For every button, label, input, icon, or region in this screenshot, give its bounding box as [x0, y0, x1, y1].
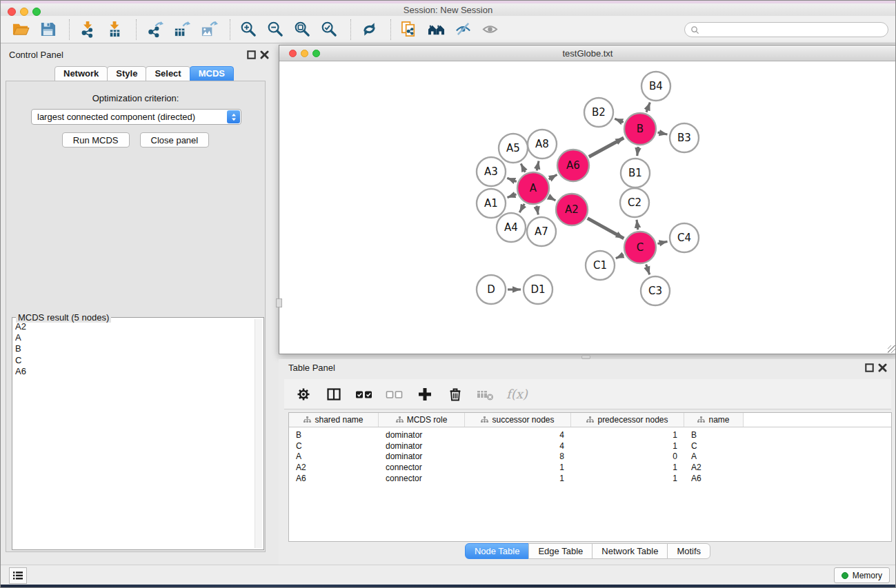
import-network-button[interactable] — [76, 18, 99, 41]
table-panel-float-button[interactable] — [865, 363, 874, 372]
result-item[interactable]: A2 — [15, 321, 252, 332]
tab-style[interactable]: Style — [107, 66, 146, 81]
graph-edge-A-A4[interactable] — [519, 204, 524, 213]
table-cell[interactable]: A6 — [289, 474, 379, 483]
result-scrollbar[interactable] — [255, 319, 262, 548]
result-item[interactable]: A6 — [15, 366, 252, 377]
tab-select[interactable]: Select — [146, 66, 190, 81]
graph-node-B3[interactable]: B3 — [670, 123, 699, 152]
create-column-button[interactable] — [415, 385, 434, 403]
export-network-button[interactable] — [143, 18, 166, 41]
graph-node-A8[interactable]: A8 — [528, 130, 557, 159]
table-cell[interactable]: 1 — [571, 441, 684, 451]
run-mcds-button[interactable]: Run MCDS — [62, 132, 130, 148]
graph-node-C2[interactable]: C2 — [620, 188, 649, 217]
column-header-predecessor-nodes[interactable]: predecessor nodes — [571, 413, 684, 427]
graph-node-A2[interactable]: A2 — [556, 194, 588, 225]
table-panel-close-button[interactable] — [878, 363, 887, 372]
column-header-successor-nodes[interactable]: successor nodes — [465, 413, 571, 427]
graph-node-B4[interactable]: B4 — [641, 72, 670, 101]
column-header-shared-name[interactable]: shared name — [289, 413, 379, 427]
column-header-name[interactable]: name — [684, 413, 744, 427]
graph-edge-B-B2[interactable] — [615, 119, 624, 122]
graph-node-C1[interactable]: C1 — [586, 251, 615, 280]
table-cell[interactable]: A — [684, 452, 744, 461]
table-row[interactable]: A6connector11A6 — [289, 473, 891, 484]
result-item[interactable]: C — [15, 355, 252, 366]
search-input[interactable] — [703, 25, 882, 35]
graph-edge-A2-C[interactable] — [588, 219, 624, 239]
tab-edge-table[interactable]: Edge Table — [528, 543, 593, 559]
export-image-button[interactable] — [197, 18, 220, 41]
column-view-mode-button[interactable] — [324, 385, 343, 403]
table-row[interactable]: A2connector11A2 — [289, 462, 891, 473]
tab-network[interactable]: Network — [54, 66, 108, 81]
table-row[interactable]: Cdominator41C — [289, 440, 891, 452]
graph-edge-A-A1[interactable] — [508, 194, 517, 198]
table-cell[interactable]: B — [289, 430, 379, 440]
delete-column-button[interactable] — [446, 385, 464, 403]
table-cell[interactable]: C — [289, 441, 379, 451]
open-session-button[interactable] — [9, 18, 32, 41]
graph-edge-C-C1[interactable] — [616, 255, 624, 258]
export-table-button[interactable] — [170, 18, 193, 41]
table-cell[interactable]: dominator — [379, 441, 465, 451]
hide-selected-button[interactable] — [451, 18, 475, 41]
table-cell[interactable]: A2 — [684, 463, 744, 472]
graph-edge-C-C4[interactable] — [657, 241, 667, 243]
network-canvas[interactable]: B4B2BB3A8A5A6A3B1AA1C2A2A4A7C4CC1DD1C3 — [279, 62, 896, 354]
table-cell[interactable]: 1 — [465, 474, 571, 483]
graph-node-D[interactable]: D — [477, 275, 506, 304]
graph-node-A[interactable]: A — [517, 172, 549, 204]
tab-network-table[interactable]: Network Table — [592, 543, 668, 559]
table-cell[interactable]: 0 — [571, 452, 684, 461]
graph-edge-A-A6[interactable] — [549, 174, 557, 179]
graph-node-A6[interactable]: A6 — [557, 150, 589, 181]
table-cell[interactable]: 4 — [465, 430, 571, 440]
graph-edge-C-C2[interactable] — [637, 220, 638, 230]
table-settings-button[interactable] — [294, 385, 312, 403]
table-cell[interactable]: C — [684, 441, 744, 451]
table-cell[interactable]: 4 — [465, 441, 571, 451]
graph-node-C[interactable]: C — [624, 232, 656, 263]
table-cell[interactable]: 1 — [571, 430, 684, 440]
result-item[interactable]: A — [15, 332, 252, 343]
graph-edge-A-A3[interactable] — [507, 178, 517, 181]
zoom-fit-button[interactable] — [290, 18, 314, 41]
control-panel-close-button[interactable] — [260, 50, 269, 59]
graph-node-A1[interactable]: A1 — [477, 189, 506, 218]
tab-node-table[interactable]: Node Table — [465, 543, 530, 559]
zoom-out-button[interactable] — [263, 18, 287, 41]
graph-node-A5[interactable]: A5 — [499, 134, 528, 163]
graph-edge-A6-B[interactable] — [589, 138, 624, 157]
control-panel-float-button[interactable] — [247, 50, 256, 59]
graph-node-B1[interactable]: B1 — [621, 159, 650, 187]
tab-mcds[interactable]: MCDS — [190, 66, 234, 81]
memory-button[interactable]: Memory — [834, 567, 890, 583]
graph-edge-C-C3[interactable] — [646, 265, 650, 275]
table-cell[interactable]: A6 — [684, 474, 744, 483]
graph-node-A7[interactable]: A7 — [527, 217, 556, 246]
unselect-all-columns-button[interactable] — [385, 385, 404, 403]
select-all-columns-button[interactable] — [355, 385, 373, 403]
graph-edge-A-A5[interactable] — [521, 163, 525, 172]
graph-edge-B-B4[interactable] — [646, 102, 650, 112]
table-cell[interactable]: dominator — [379, 430, 465, 440]
table-cell[interactable]: A2 — [289, 463, 379, 472]
save-session-button[interactable] — [36, 18, 59, 41]
network-window-left-grip[interactable] — [276, 298, 282, 307]
table-row[interactable]: Bdominator41B — [289, 429, 891, 440]
table-row[interactable]: Adominator80A — [289, 452, 891, 463]
result-item[interactable]: B — [15, 343, 252, 354]
tab-motifs[interactable]: Motifs — [667, 543, 710, 559]
criterion-select[interactable]: largest connected component (directed) — [31, 109, 241, 125]
table-cell[interactable]: B — [684, 430, 744, 440]
apply-layout-button[interactable] — [357, 18, 381, 41]
table-cell[interactable]: A — [289, 452, 379, 461]
graph-node-D1[interactable]: D1 — [524, 275, 552, 304]
close-panel-button[interactable]: Close panel — [140, 132, 210, 148]
column-header-MCDS-role[interactable]: MCDS role — [379, 413, 465, 427]
graph-node-C4[interactable]: C4 — [670, 223, 699, 252]
table-cell[interactable]: connector — [379, 474, 465, 483]
show-panels-button[interactable] — [9, 567, 27, 584]
